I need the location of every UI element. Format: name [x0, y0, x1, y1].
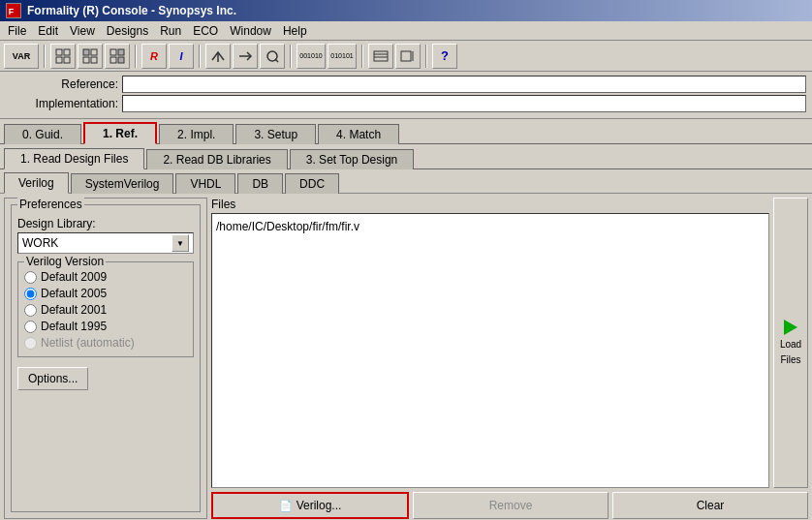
title-bar: F Formality (R) Console - Synopsys Inc. [0, 0, 812, 21]
radio-v2001-input[interactable] [24, 304, 37, 317]
version-title: Verilog Version [24, 255, 106, 268]
sub-tab-read-db[interactable]: 2. Read DB Libraries [146, 149, 287, 169]
verilog-tab-ddc[interactable]: DDC [285, 173, 339, 194]
tab-impl[interactable]: 2. Impl. [159, 124, 234, 144]
toolbar-sep5 [361, 45, 363, 68]
svg-rect-21 [401, 51, 411, 61]
verilog-btn-icon: 📄 [279, 500, 293, 512]
verilog-tab-vhdl[interactable]: VHDL [175, 173, 235, 194]
toolbar-btn-i[interactable]: I [169, 44, 194, 69]
menu-edit[interactable]: Edit [32, 22, 64, 40]
radio-v1995-input[interactable] [24, 321, 37, 333]
svg-text:F: F [9, 7, 15, 16]
toolbar-btn-r[interactable]: R [141, 44, 167, 69]
radio-v2005-label: Default 2005 [41, 287, 107, 300]
sub-tab-set-top[interactable]: 3. Set Top Design [290, 149, 415, 169]
toolbar-btn-help[interactable]: ? [432, 44, 457, 69]
radio-v2001-label: Default 2001 [41, 303, 107, 317]
radio-v2001: Default 2001 [24, 303, 187, 317]
radio-netlist-input [24, 337, 37, 350]
tab-guid[interactable]: 0. Guid. [4, 124, 81, 144]
svg-line-17 [275, 59, 278, 62]
toolbar-btn-10[interactable] [395, 44, 421, 69]
svg-rect-6 [83, 49, 89, 55]
files-label: Files [211, 198, 769, 211]
left-panel: Preferences Design Library: WORK ▼ Veril… [4, 198, 207, 519]
load-files-label2: Files [780, 354, 800, 366]
sub-tab-read-design[interactable]: 1. Read Design Files [4, 148, 144, 169]
menu-view[interactable]: View [64, 22, 101, 40]
toolbar-var[interactable]: VAR [4, 44, 39, 69]
svg-rect-2 [56, 49, 62, 55]
svg-rect-4 [56, 57, 62, 63]
verilog-button[interactable]: 📄 Verilog... [211, 492, 409, 519]
tab-setup[interactable]: 3. Setup [235, 124, 316, 144]
tab-ref[interactable]: 1. Ref. [83, 122, 157, 144]
toolbar-btn-7[interactable]: 001010 [297, 44, 326, 69]
toolbar-sep4 [290, 45, 292, 68]
radio-v2005-input[interactable] [24, 288, 37, 300]
toolbar-sep6 [425, 45, 427, 68]
design-library-value: WORK [22, 236, 58, 250]
menu-eco[interactable]: ECO [187, 22, 224, 40]
remove-button[interactable]: Remove [413, 492, 609, 519]
file-entry-0: /home/IC/Desktop/fir/fm/fir.v [216, 218, 765, 235]
options-button[interactable]: Options... [17, 367, 88, 390]
toolbar-btn-6[interactable] [260, 44, 285, 69]
verilog-tab-db[interactable]: DB [237, 173, 283, 194]
play-icon [784, 320, 797, 335]
svg-rect-11 [118, 49, 124, 55]
design-library-select[interactable]: WORK ▼ [17, 232, 194, 254]
window-title: Formality (R) Console - Synopsys Inc. [27, 4, 236, 17]
toolbar-btn-5[interactable] [233, 44, 258, 69]
menu-file[interactable]: File [2, 22, 32, 40]
toolbar-btn-8[interactable]: 010101 [328, 44, 357, 69]
toolbar-btn-9[interactable] [368, 44, 393, 69]
menu-designs[interactable]: Designs [101, 22, 154, 40]
radio-v2009-input[interactable] [24, 271, 37, 284]
menu-help[interactable]: Help [277, 22, 313, 40]
load-files-label1: Load [780, 339, 801, 351]
svg-rect-3 [64, 49, 70, 55]
verilog-tabs: Verilog SystemVerilog VHDL DB DDC [0, 169, 812, 194]
toolbar-btn-4[interactable] [205, 44, 231, 69]
main-tabs: 0. Guid. 1. Ref. 2. Impl. 3. Setup 4. Ma… [0, 119, 812, 144]
preferences-title: Preferences [17, 198, 84, 211]
radio-v1995-label: Default 1995 [41, 320, 107, 333]
files-box: /home/IC/Desktop/fir/fm/fir.v [211, 213, 769, 488]
tab-match[interactable]: 4. Match [318, 124, 399, 144]
content-area: Preferences Design Library: WORK ▼ Veril… [0, 194, 812, 520]
design-library-label: Design Library: [17, 217, 194, 230]
svg-rect-7 [91, 49, 97, 55]
verilog-tab-verilog[interactable]: Verilog [4, 172, 69, 194]
menu-bar: File Edit View Designs Run ECO Window He… [0, 21, 812, 41]
clear-button[interactable]: Clear [612, 492, 808, 519]
implementation-input[interactable] [122, 95, 806, 112]
menu-run[interactable]: Run [154, 22, 187, 40]
toolbar-sep1 [44, 45, 46, 68]
main-content: 0. Guid. 1. Ref. 2. Impl. 3. Setup 4. Ma… [0, 119, 812, 520]
radio-v2005: Default 2005 [24, 287, 187, 300]
bottom-buttons: 📄 Verilog... Remove Clear [211, 492, 808, 519]
dropdown-arrow-icon[interactable]: ▼ [172, 234, 189, 252]
toolbar-btn-3[interactable] [105, 44, 130, 69]
toolbar-btn-1[interactable] [50, 44, 76, 69]
implementation-label: Implementation: [6, 97, 122, 110]
verilog-tab-systemverilog[interactable]: SystemVerilog [71, 173, 174, 194]
toolbar-btn-2[interactable] [78, 44, 103, 69]
radio-netlist-label: Netlist (automatic) [41, 336, 135, 350]
load-files-button[interactable]: Load Files [773, 198, 808, 488]
ref-impl-area: Reference: Implementation: [0, 72, 812, 119]
toolbar-sep3 [199, 45, 201, 68]
svg-rect-8 [83, 57, 89, 63]
svg-rect-12 [110, 57, 116, 63]
svg-rect-9 [91, 57, 97, 63]
app-icon: F [6, 3, 21, 18]
toolbar: VAR R I 001010 010101 ? [0, 41, 812, 72]
reference-input[interactable] [122, 76, 806, 93]
verilog-btn-label: Verilog... [297, 499, 342, 512]
svg-rect-18 [374, 51, 388, 61]
radio-v1995: Default 1995 [24, 320, 187, 333]
menu-window[interactable]: Window [224, 22, 277, 40]
reference-label: Reference: [6, 77, 122, 91]
